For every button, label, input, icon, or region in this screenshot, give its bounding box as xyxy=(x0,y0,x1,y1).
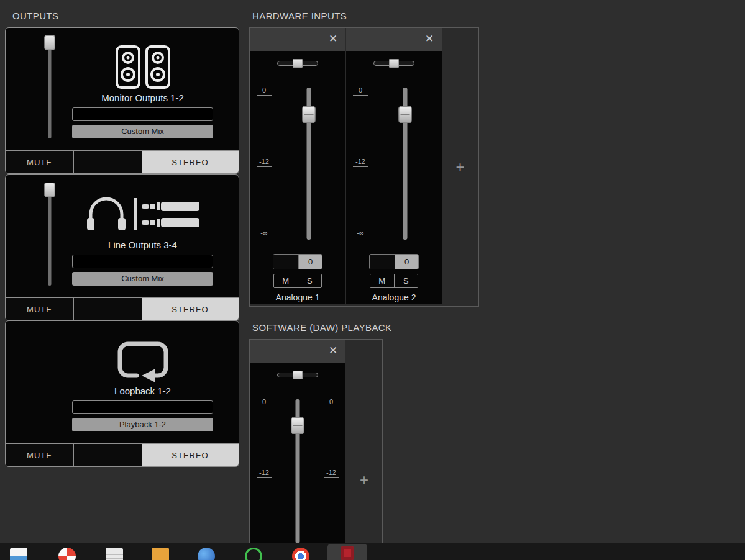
mute-solo-group: M S xyxy=(273,274,322,288)
fader-handle[interactable] xyxy=(291,417,304,434)
source-button[interactable]: Playback 1-2 xyxy=(72,418,213,431)
output-section-line: Line Outputs 3-4 Custom Mix MUTE STEREO xyxy=(5,174,239,321)
source-button[interactable]: Custom Mix xyxy=(72,125,213,138)
stereo-toggle[interactable]: STEREO xyxy=(142,298,239,320)
stereo-toggle[interactable]: STEREO xyxy=(142,444,239,466)
mute-button[interactable]: MUTE xyxy=(6,151,74,173)
browser-icon[interactable] xyxy=(58,548,76,560)
source-button[interactable]: Custom Mix xyxy=(72,272,213,286)
mute-button[interactable]: M xyxy=(370,274,395,287)
level-fader[interactable] xyxy=(290,399,305,543)
mute-solo-group: M S xyxy=(370,274,418,288)
gain-value: 0 xyxy=(299,255,322,269)
channel-strip-analogue-1: ✕ 0 -12 -∞ 0 M S Analogue 1 xyxy=(250,28,345,304)
add-channel-button[interactable]: + xyxy=(346,471,382,489)
output-name: Monitor Outputs 1-2 xyxy=(72,93,213,103)
loopback-icon xyxy=(72,333,213,387)
channel-header: ✕ xyxy=(250,340,345,363)
channel-strip-playback: ✕ 0 0 -12 -12 xyxy=(250,340,345,543)
mono-toggle-area[interactable] xyxy=(74,444,142,466)
stereo-toggle[interactable]: STEREO xyxy=(142,151,239,173)
output-volume-fader[interactable] xyxy=(43,35,56,140)
outputs-title: OUTPUTS xyxy=(12,11,58,21)
scale-unity: 0 xyxy=(353,87,368,96)
scale-minus12: -12 xyxy=(353,158,368,167)
audio-app-glyph xyxy=(341,546,354,560)
output-name: Line Outputs 3-4 xyxy=(72,240,213,250)
gain-meter xyxy=(273,255,299,269)
mute-button[interactable]: MUTE xyxy=(6,444,74,466)
output-name: Loopback 1-2 xyxy=(72,386,213,396)
pan-slider[interactable] xyxy=(277,59,318,68)
active-audio-app-icon[interactable] xyxy=(327,544,367,560)
fader-handle[interactable] xyxy=(303,106,316,123)
custom-name-input[interactable] xyxy=(72,107,213,121)
close-icon[interactable]: ✕ xyxy=(326,32,341,47)
chrome-icon[interactable] xyxy=(292,548,309,560)
pan-handle[interactable] xyxy=(293,371,303,379)
gain-fader[interactable] xyxy=(398,88,413,240)
output-controls-row: MUTE STEREO xyxy=(6,443,239,466)
green-ring-app-icon[interactable] xyxy=(245,548,262,560)
folder-icon[interactable] xyxy=(152,548,169,560)
mute-button[interactable]: MUTE xyxy=(6,298,74,320)
blue-app-icon[interactable] xyxy=(198,548,215,560)
channel-strip-analogue-2: ✕ 0 -12 -∞ 0 M S Analogue 2 xyxy=(346,28,442,304)
add-channel-button[interactable]: + xyxy=(442,158,478,176)
pan-handle[interactable] xyxy=(293,59,303,68)
fader-track[interactable] xyxy=(48,40,52,138)
scale-minus-inf: -∞ xyxy=(257,230,272,238)
scale-minus-inf: -∞ xyxy=(353,230,368,238)
gain-meter xyxy=(370,255,395,269)
custom-name-input[interactable] xyxy=(72,255,213,268)
solo-button[interactable]: S xyxy=(298,274,322,287)
gain-value-box: 0 xyxy=(369,254,419,269)
fader-track[interactable] xyxy=(48,187,52,286)
custom-name-input[interactable] xyxy=(72,400,213,414)
channel-name: Analogue 1 xyxy=(250,292,345,302)
output-section-monitor: Monitor Outputs 1-2 Custom Mix MUTE STER… xyxy=(5,27,239,174)
output-controls-row: MUTE STEREO xyxy=(6,297,239,320)
software-playback-panel: ✕ 0 0 -12 -12 + xyxy=(249,339,383,543)
mute-button[interactable]: M xyxy=(274,274,298,287)
gain-value: 0 xyxy=(395,255,418,269)
hardware-inputs-title: HARDWARE INPUTS xyxy=(252,11,347,21)
pan-handle[interactable] xyxy=(389,59,399,68)
scale-minus12: -12 xyxy=(257,158,272,167)
gain-fader[interactable] xyxy=(301,88,316,240)
scale-right-minus12: -12 xyxy=(324,469,339,478)
output-volume-fader[interactable] xyxy=(43,183,56,287)
output-controls-row: MUTE STEREO xyxy=(6,150,239,173)
output-main-loopback: Loopback 1-2 Playback 1-2 xyxy=(6,321,239,444)
file-manager-icon[interactable] xyxy=(10,548,27,560)
mono-toggle-area[interactable] xyxy=(74,151,142,173)
output-section-loopback: Loopback 1-2 Playback 1-2 MUTE STEREO xyxy=(5,320,239,467)
mono-toggle-area[interactable] xyxy=(74,298,142,320)
pan-slider[interactable] xyxy=(277,371,318,379)
channel-header: ✕ xyxy=(346,28,442,51)
output-main-line: Line Outputs 3-4 Custom Mix xyxy=(6,175,239,298)
fader-handle[interactable] xyxy=(399,106,412,123)
close-icon[interactable]: ✕ xyxy=(422,32,437,47)
output-main-monitor: Monitor Outputs 1-2 Custom Mix xyxy=(6,28,239,151)
gain-value-box: 0 xyxy=(273,254,322,269)
channel-header: ✕ xyxy=(250,28,345,51)
close-icon[interactable]: ✕ xyxy=(326,343,341,358)
scale-left-unity: 0 xyxy=(257,399,272,407)
scale-unity: 0 xyxy=(257,87,272,96)
speakers-icon xyxy=(72,40,213,94)
hardware-inputs-panel: ✕ 0 -12 -∞ 0 M S Analogue 1 ✕ xyxy=(249,27,479,307)
scale-left-minus12: -12 xyxy=(257,469,272,478)
add-channel-zone: + xyxy=(442,28,478,306)
fader-handle[interactable] xyxy=(45,183,55,197)
taskbar xyxy=(0,543,745,560)
text-editor-icon[interactable] xyxy=(106,548,123,560)
headphones-jacks-icon xyxy=(72,187,213,241)
fader-handle[interactable] xyxy=(45,35,55,50)
scale-right-unity: 0 xyxy=(324,399,339,407)
pan-slider[interactable] xyxy=(373,59,414,68)
software-playback-title: SOFTWARE (DAW) PLAYBACK xyxy=(252,322,392,333)
add-channel-zone: + xyxy=(346,340,382,543)
solo-button[interactable]: S xyxy=(395,274,418,287)
channel-name: Analogue 2 xyxy=(346,292,442,302)
